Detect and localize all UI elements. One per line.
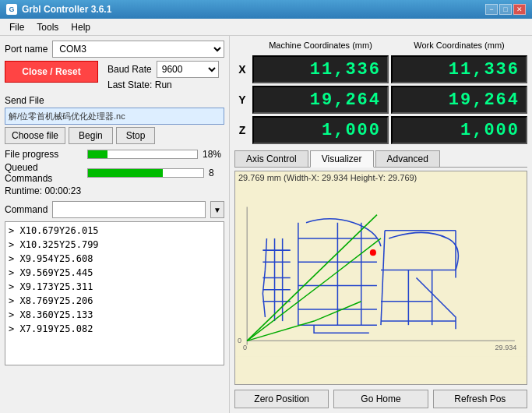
progress-section: File progress 18% Queued Commands 8 Runt… [5, 149, 224, 196]
command-item: > X10.325Y25.799 [9, 238, 220, 252]
last-state-label: Last State: [107, 79, 152, 90]
connection-row: Close / Reset Baud Rate 9600 Last State:… [5, 61, 224, 90]
work-coord-z: 1,000 [391, 116, 527, 144]
tab-advanced[interactable]: Advanced [375, 150, 440, 167]
main-content: Port name COM3 Close / Reset Baud Rate 9… [0, 36, 532, 413]
machine-coords-header: Machine Coordinates (mm) [252, 41, 389, 50]
axis-label-y: Y [234, 94, 250, 106]
title-bar: G Grbl Controller 3.6.1 − □ ✕ [0, 0, 532, 19]
app-icon: G [6, 4, 17, 15]
menu-help[interactable]: Help [65, 20, 97, 34]
machine-coord-y: 19,264 [252, 86, 389, 114]
last-state: Last State: Run [107, 79, 219, 90]
left-panel: Port name COM3 Close / Reset Baud Rate 9… [0, 36, 230, 413]
vis-canvas: 0 29.934 0 [235, 171, 527, 384]
port-label: Port name [5, 44, 48, 55]
command-item: > X7.919Y25.082 [9, 322, 220, 336]
runtime-value: 00:00:23 [44, 185, 81, 196]
machine-coord-x: 11,336 [252, 55, 389, 83]
file-progress-bar [88, 150, 107, 158]
queued-label: Queued Commands [5, 162, 83, 184]
stop-button[interactable]: Stop [116, 127, 156, 144]
machine-coord-z: 1,000 [252, 116, 389, 144]
begin-button[interactable]: Begin [69, 127, 113, 144]
maximize-button[interactable]: □ [499, 4, 512, 15]
bottom-btn-go-home[interactable]: Go Home [333, 390, 428, 408]
window-controls: − □ ✕ [485, 4, 526, 15]
queued-bar [88, 169, 163, 177]
menu-bar: File Tools Help [0, 19, 532, 36]
bottom-buttons: Zero PositionGo HomeRefresh Pos [234, 390, 527, 408]
file-progress-pct: 18% [203, 149, 224, 160]
axis-label-z: Z [234, 124, 250, 136]
command-dropdown-icon[interactable]: ▼ [210, 201, 224, 218]
queued-bar-container [87, 168, 204, 178]
queued-row: Queued Commands 8 [5, 162, 224, 184]
axis-label-x: X [234, 63, 250, 76]
svg-text:29.934: 29.934 [495, 344, 517, 351]
coords-header-row: Machine Coordinates (mm) Work Coordinate… [234, 41, 527, 50]
command-section: Command ▼ > X10.679Y26.015> X10.325Y25.7… [5, 201, 224, 365]
coords-section: X11,33611,336Y19,26419,264Z1,0001,000 [234, 55, 527, 144]
command-list-container[interactable]: > X10.679Y26.015> X10.325Y25.799> X9.954… [5, 221, 224, 365]
command-item: > X8.769Y25.206 [9, 294, 220, 308]
file-progress-row: File progress 18% [5, 149, 224, 160]
svg-text:0: 0 [243, 344, 247, 351]
baud-row: Baud Rate 9600 Last State: Run [107, 61, 219, 90]
baud-rate-select[interactable]: 9600 [157, 61, 219, 78]
visualizer-area: 29.769 mm (Width-X: 29.934 Height-Y: 29.… [234, 171, 527, 385]
right-panel: Machine Coordinates (mm) Work Coordinate… [230, 36, 532, 413]
bottom-btn-zero-position[interactable]: Zero Position [234, 390, 329, 408]
command-row: Command ▼ [5, 201, 224, 218]
vis-info: 29.769 mm (Width-X: 29.934 Height-Y: 29.… [238, 173, 417, 182]
command-item: > X9.569Y25.445 [9, 266, 220, 280]
baud-rate-label: Baud Rate [107, 64, 152, 75]
port-row: Port name COM3 [5, 41, 224, 58]
command-item: > X8.360Y25.133 [9, 308, 220, 322]
bottom-btn-refresh-pos[interactable]: Refresh Pos [433, 390, 527, 408]
svg-point-4 [370, 249, 376, 256]
work-coord-x: 11,336 [391, 55, 527, 83]
menu-file[interactable]: File [3, 20, 30, 34]
menu-tools[interactable]: Tools [30, 20, 65, 34]
command-list: > X10.679Y26.015> X10.325Y25.799> X9.954… [5, 222, 224, 337]
work-coord-y: 19,264 [391, 86, 527, 114]
tabs-section: Axis ControlVisualizerAdvanced [234, 150, 527, 168]
runtime-label: Runtime: [5, 185, 42, 196]
runtime-row: Runtime: 00:00:23 [5, 185, 224, 196]
work-coords-header: Work Coordinates (mm) [391, 41, 527, 50]
command-item: > X9.954Y25.608 [9, 252, 220, 266]
svg-text:0: 0 [238, 337, 241, 344]
file-buttons: Choose file Begin Stop [5, 127, 224, 144]
tab-visualizer[interactable]: Visualizer [310, 150, 374, 168]
tab-axis-control[interactable]: Axis Control [234, 150, 308, 167]
file-progress-label: File progress [5, 149, 83, 160]
file-progress-bar-container [87, 150, 198, 159]
command-input[interactable] [52, 201, 206, 218]
command-label: Command [5, 204, 48, 215]
file-input[interactable] [5, 108, 224, 125]
close-reset-button[interactable]: Close / Reset [5, 61, 98, 83]
choose-file-button[interactable]: Choose file [5, 127, 65, 144]
command-item: > X9.173Y25.311 [9, 280, 220, 294]
send-file-label: Send File [5, 95, 224, 106]
command-item: > X10.679Y26.015 [9, 224, 220, 238]
minimize-button[interactable]: − [485, 4, 498, 15]
close-button[interactable]: ✕ [513, 4, 526, 15]
last-state-value: Run [155, 79, 172, 90]
send-file-section: Send File Choose file Begin Stop [5, 95, 224, 144]
app-title: Grbl Controller 3.6.1 [22, 4, 111, 15]
queued-count: 8 [209, 168, 224, 178]
port-select[interactable]: COM3 [52, 41, 224, 58]
